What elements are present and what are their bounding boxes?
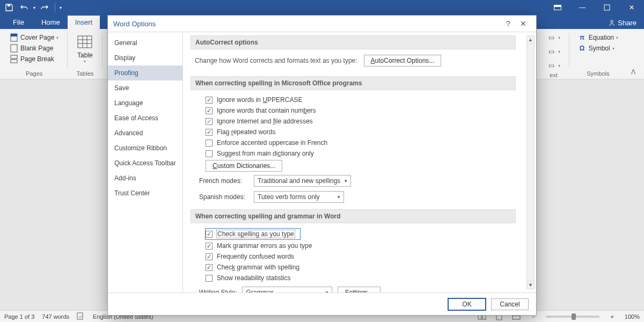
table-button[interactable]: Table ▾ [74,32,96,65]
equation-icon: π [578,33,587,42]
page-break-button[interactable]: Page Break [8,54,56,64]
section-office-spelling: When correcting spelling in Microsoft Of… [191,76,516,90]
writing-style-combo[interactable]: Grammar▾ [242,287,332,292]
check-readability[interactable]: Show readability statistics [195,273,525,283]
check-confused-words[interactable]: Frequently confused words [195,251,525,262]
nav-advanced[interactable]: Advanced [108,126,182,141]
qat-customize-icon[interactable]: ▾ [60,5,62,10]
blank-page-button[interactable]: Blank Page [8,43,55,54]
svg-rect-7 [11,45,17,52]
ribbon-group-label: Pages [8,69,61,79]
share-icon [608,19,616,27]
chevron-down-icon: ▾ [616,35,618,40]
check-grammar-with-spelling[interactable]: Check grammar with spelling [195,262,525,273]
custom-dictionaries-button[interactable]: Custom Dictionaries... [206,160,282,172]
spellcheck-status-icon[interactable] [77,312,85,321]
french-modes-combo[interactable]: Traditional and new spellings▾ [254,175,351,187]
tab-insert[interactable]: Insert [68,16,100,29]
table-icon [76,33,93,50]
dialog-footer: OK Cancel [108,292,536,315]
section-word-spelling: When correcting spelling and grammar in … [191,209,516,223]
dialog-help-button[interactable]: ? [501,16,516,31]
word-options-dialog: Word Options ? ✕ General Display Proofin… [107,15,537,316]
zoom-slider[interactable] [546,316,599,318]
nav-general[interactable]: General [108,35,182,50]
ribbon-group-symbols: π Equation ▾ Ω Symbol ▾ Symbols [573,31,624,79]
autocorrect-description: Change how Word corrects and formats tex… [195,57,357,64]
checkbox-icon [206,264,213,271]
minimize-button[interactable]: — [570,0,595,15]
nav-display[interactable]: Display [108,50,182,65]
chevron-down-icon: ▾ [56,35,58,40]
autocorrect-row: Change how Word corrects and formats tex… [191,49,525,72]
nav-trust-center[interactable]: Trust Center [108,186,182,201]
check-flag-repeated[interactable]: Flag repeated words [195,127,525,137]
chevron-down-icon: ▾ [326,290,328,292]
nav-proofing[interactable]: Proofing [108,65,182,80]
checkbox-icon [206,140,213,147]
check-ignore-numbers[interactable]: Ignore words that contain numbers [195,105,525,116]
svg-rect-1 [554,5,561,7]
cover-page-button[interactable]: Cover Page ▾ [8,32,61,43]
maximize-button[interactable] [595,0,619,15]
cancel-button[interactable]: Cancel [491,298,529,310]
nav-language[interactable]: Language [108,96,182,111]
nav-ease-of-access[interactable]: Ease of Access [108,111,182,126]
settings-button[interactable]: Settings... [338,287,380,292]
checkbox-icon [206,275,213,282]
chevron-down-icon: ▾ [84,59,86,64]
zoom-level[interactable]: 100% [625,313,640,320]
ribbon-small-btn3[interactable]: ▭▾ [545,60,562,71]
status-page[interactable]: Page 1 of 3 [4,313,34,320]
nav-save[interactable]: Save [108,80,182,96]
svg-rect-2 [604,5,610,10]
check-spelling-as-type[interactable]: Check spelling as you type [206,229,300,239]
undo-dropdown-icon[interactable]: ▾ [33,5,35,10]
share-button[interactable]: Share [601,17,644,29]
check-ignore-internet[interactable]: Ignore Internet and file addresses [195,116,525,127]
dialog-content: AutoCorrect options Change how Word corr… [183,32,536,292]
ribbon-right-icons: ▭▾ ▭▾ ▭▾ ext [542,31,566,79]
ribbon-small-btn2[interactable]: ▭▾ [545,46,562,57]
svg-rect-3 [8,4,10,6]
checkbox-icon [206,150,213,157]
page-break-icon [10,55,18,63]
symbol-icon: Ω [578,44,587,53]
equation-button[interactable]: π Equation ▾ [576,32,620,43]
nav-customize-ribbon[interactable]: Customize Ribbon [108,141,182,156]
ribbon-small-btn1[interactable]: ▭▾ [545,32,562,43]
check-enforce-accented[interactable]: Enforce accented uppercase in French [195,137,525,148]
svg-rect-10 [78,36,92,48]
chevron-down-icon: ▾ [612,46,614,51]
checkbox-icon [206,253,213,260]
dialog-close-button[interactable]: ✕ [516,16,531,31]
chevron-down-icon: ▾ [345,178,347,184]
dialog-title-bar: Word Options ? ✕ [108,16,536,32]
redo-icon[interactable] [39,2,50,13]
check-grammar-errors[interactable]: Mark grammar errors as you type [195,240,525,251]
ribbon-display-options[interactable] [545,0,570,15]
svg-rect-9 [11,60,17,63]
tab-home[interactable]: Home [34,16,68,29]
close-window-button[interactable]: ✕ [619,0,644,15]
scroll-down-icon[interactable]: ▼ [527,281,534,289]
scroll-up-icon[interactable]: ▲ [527,36,534,44]
tab-file[interactable]: File [3,16,34,29]
collapse-ribbon-icon[interactable]: ᐱ [627,65,640,79]
ok-button[interactable]: OK [448,298,486,310]
dialog-scrollbar[interactable]: ▲ ▼ [526,35,535,289]
zoom-in-button[interactable]: + [607,313,617,320]
undo-icon[interactable] [18,2,30,13]
checkbox-icon [206,243,213,250]
check-main-dictionary[interactable]: Suggest from main dictionary only [195,148,525,159]
status-words[interactable]: 747 words [42,313,69,320]
save-icon[interactable] [3,2,15,13]
spanish-modes-combo[interactable]: Tuteo verb forms only▾ [254,191,344,203]
checkbox-icon [206,107,213,114]
nav-add-ins[interactable]: Add-ins [108,171,182,186]
nav-quick-access-toolbar[interactable]: Quick Access Toolbar [108,156,182,171]
cover-page-icon [10,33,18,42]
autocorrect-options-button[interactable]: AutoCorrect Options... [364,55,442,67]
check-ignore-uppercase[interactable]: Ignore words in UPPERCASE [195,94,525,105]
symbol-button[interactable]: Ω Symbol ▾ [576,43,617,54]
